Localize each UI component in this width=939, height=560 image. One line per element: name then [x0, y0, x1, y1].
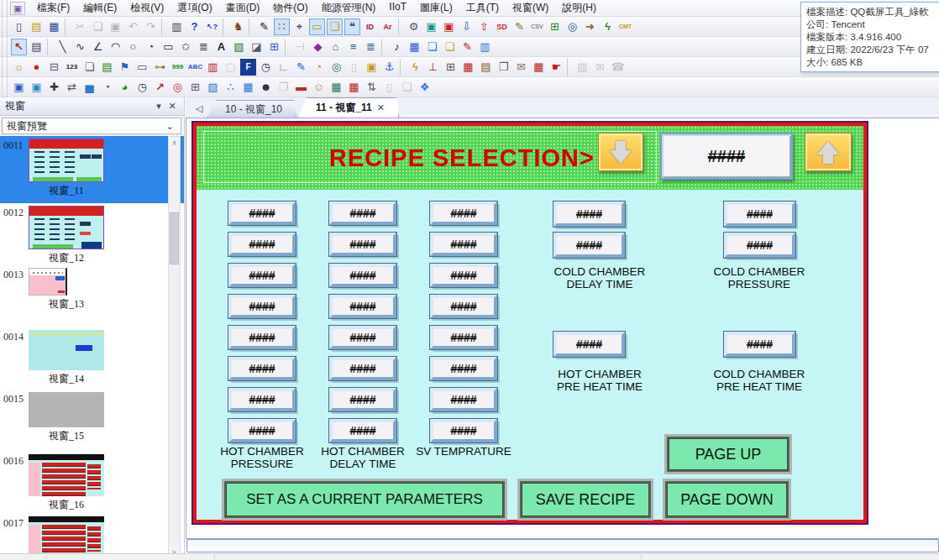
page-down-button[interactable]: PAGE DOWN	[665, 481, 789, 518]
column-label[interactable]: COLD CHAMBERPRESSURE	[692, 265, 826, 290]
help-icon[interactable]: ?	[186, 18, 202, 35]
tag-library-icon[interactable]: ❏	[442, 39, 458, 55]
operator-icon[interactable]: ☻	[258, 79, 274, 96]
function-key-icon[interactable]: F	[240, 59, 256, 76]
numeric-placeholder[interactable]: ####	[329, 295, 396, 318]
exit-icon[interactable]: ➜	[582, 18, 598, 35]
pie-chart-icon[interactable]: ◕	[117, 79, 133, 96]
numeric-placeholder[interactable]: ####	[228, 295, 296, 318]
numeric-placeholder[interactable]: ####	[553, 233, 625, 258]
menu-item[interactable]: 工具(T)	[459, 0, 506, 17]
sidebar-scrollbar[interactable]: ∧ ∨	[168, 136, 181, 559]
cut-icon[interactable]: ✂	[72, 18, 88, 35]
pipe-tool-icon[interactable]: ⊣	[292, 39, 308, 55]
rebuild-icon[interactable]: ϟ	[600, 18, 616, 35]
numeric-object-icon[interactable]: 123	[64, 59, 80, 76]
menu-item[interactable]: 檔案(F)	[30, 0, 76, 17]
text-tool-icon[interactable]: A	[213, 39, 229, 55]
numeric-placeholder[interactable]: ####	[228, 264, 296, 287]
recipe-title[interactable]: RECIPE SELECTION>	[329, 126, 595, 190]
calendar-add-icon[interactable]: ▦	[460, 59, 476, 76]
copy2-disabled-icon[interactable]: ❏	[399, 79, 415, 96]
numeric-placeholder[interactable]: ####	[724, 233, 795, 258]
meter-icon[interactable]: ◔	[99, 79, 115, 96]
scatter-icon[interactable]: ∴	[223, 79, 239, 96]
csv-icon[interactable]: CSV	[529, 18, 545, 35]
grid-display-icon[interactable]: ▦	[240, 79, 256, 96]
window-list-item[interactable]: 0014 視窗_14	[0, 327, 184, 390]
layered-object-icon[interactable]: ❏	[81, 59, 97, 76]
numeric-placeholder[interactable]: ####	[228, 388, 296, 411]
key-object-icon[interactable]: ⊶	[152, 59, 168, 76]
recipe-number-display[interactable]: ####	[660, 133, 793, 180]
slider-object-icon[interactable]: ⊟	[46, 59, 62, 76]
calendar-grid-icon[interactable]: ▦	[531, 59, 547, 76]
menu-item[interactable]: 能源管理(N)	[315, 0, 383, 17]
bar-red-icon[interactable]: ▬	[293, 79, 309, 96]
energy-demand-icon[interactable]: ϟ	[407, 59, 423, 76]
menu-item[interactable]: 說明(H)	[555, 0, 603, 17]
open-file-icon[interactable]: ▤	[29, 18, 45, 35]
online-simulation-icon[interactable]: ▣	[423, 18, 439, 35]
column-label[interactable]: COLD CHAMBERPRE HEAT TIME	[692, 368, 826, 393]
rect-tool-icon[interactable]: ▭	[160, 39, 176, 55]
menu-item[interactable]: 視窗(W)	[506, 0, 555, 17]
screen-capture-icon[interactable]: ▣	[364, 59, 380, 76]
history-table-icon[interactable]: ⊞	[187, 79, 203, 96]
tab-window-11[interactable]: 11 - 視窗_11 ✕	[298, 97, 399, 118]
target-icon[interactable]: ◎	[170, 79, 186, 96]
zoom-view-icon[interactable]: ◎	[328, 59, 344, 76]
circle-tool-icon[interactable]: ○	[125, 39, 141, 55]
save-recipe-button[interactable]: SAVE RECIPE	[520, 481, 651, 518]
line-tool-icon[interactable]: ╲	[55, 39, 71, 55]
copy-disabled-icon[interactable]: ❐	[275, 79, 291, 96]
print-disabled-icon[interactable]: ▥	[574, 59, 590, 76]
numeric-placeholder[interactable]: ####	[430, 264, 497, 287]
transfer-icon[interactable]: ⇄	[64, 79, 80, 96]
object-properties-icon[interactable]: ▤	[29, 39, 45, 55]
facility-icon[interactable]: ⌂	[328, 39, 344, 55]
pen-style-icon[interactable]: ✎	[256, 18, 272, 35]
clipboard-schedule-icon[interactable]: ▤	[478, 59, 494, 76]
toolbar-grip[interactable]	[2, 57, 8, 76]
flag-chart-icon[interactable]: ⚑	[117, 59, 133, 76]
ascii-abc-icon[interactable]: ABC	[187, 59, 203, 76]
redo-icon[interactable]: ↷	[143, 18, 159, 35]
group-frame-icon[interactable]: ▢	[223, 59, 239, 76]
font-toggle-icon[interactable]: Ar	[380, 18, 396, 35]
user-icon[interactable]: ☺	[311, 79, 327, 96]
display-123-icon[interactable]: ▣	[11, 79, 27, 96]
numeric-placeholder[interactable]: ####	[329, 388, 396, 411]
numeric-placeholder[interactable]: ####	[430, 419, 497, 442]
polygon-tool-icon[interactable]: ✩	[178, 39, 194, 55]
stylus-icon[interactable]: ✎	[511, 18, 527, 35]
folder-object-icon[interactable]: ▤	[99, 59, 115, 76]
build-tools-icon[interactable]: ⚙	[406, 18, 422, 35]
paste-icon[interactable]: ▣	[108, 18, 123, 35]
clock-object-icon[interactable]: ◷	[258, 59, 274, 76]
shape-tool-icon[interactable]: ◪	[249, 39, 265, 55]
column-label[interactable]: HOT CHAMBERDELAY TIME	[304, 445, 422, 470]
window-list-item[interactable]: 0012 視窗_12	[0, 203, 184, 265]
demand-list-icon[interactable]: ≡	[345, 39, 361, 55]
macro-icon[interactable]: ✎	[459, 39, 475, 55]
id-toggle-icon[interactable]: ID	[362, 18, 378, 35]
tab-window-10[interactable]: 10 - 視窗_10	[207, 100, 296, 118]
cmt-icon[interactable]: CMT	[617, 18, 633, 35]
column-label[interactable]: HOT CHAMBERPRE HEAT TIME	[532, 368, 667, 393]
undo-icon[interactable]: ↶	[125, 18, 141, 35]
save-icon[interactable]: ▦	[46, 18, 62, 35]
numeric-placeholder[interactable]: ####	[329, 201, 396, 225]
address-tag-icon[interactable]: ❏	[424, 39, 440, 55]
find-address-icon[interactable]: ♞	[230, 18, 246, 35]
window-fill-icon[interactable]: ▭	[309, 18, 325, 35]
recipe-down-arrow-button[interactable]	[598, 133, 643, 171]
layers-toggle-icon[interactable]: ❑	[327, 18, 343, 35]
menu-item[interactable]: 物件(O)	[266, 0, 314, 17]
panel-collapse-icon[interactable]: ▾	[152, 101, 165, 112]
toolbar-grip[interactable]	[2, 0, 8, 16]
sd-card-icon[interactable]: SD	[494, 18, 510, 35]
recipe-view-icon[interactable]: ▦	[407, 39, 422, 55]
numeric-placeholder[interactable]: ####	[724, 201, 795, 227]
menu-item[interactable]: 選項(O)	[170, 0, 218, 17]
